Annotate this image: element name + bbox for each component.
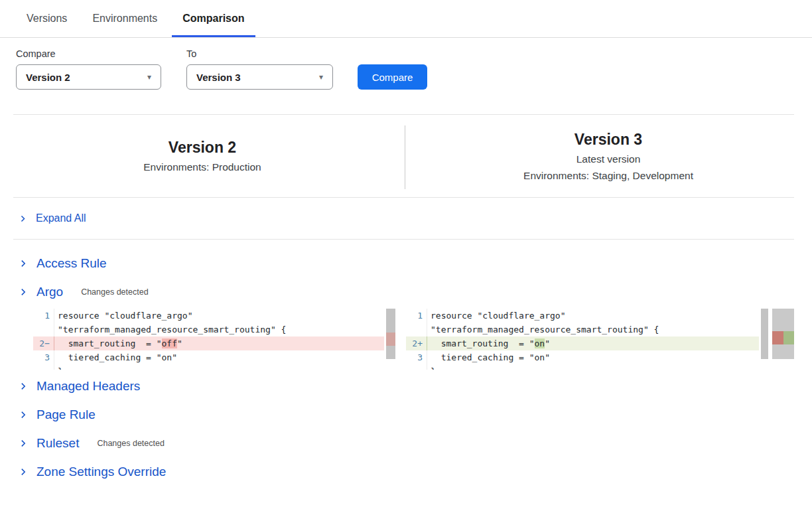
sections-list: Access Rule Argo Changes detected 1 reso… xyxy=(0,240,812,479)
chevron-right-icon xyxy=(19,214,27,223)
tab-environments[interactable]: Environments xyxy=(92,0,157,37)
section-badge: Changes detected xyxy=(97,439,164,448)
diff-minimap[interactable] xyxy=(772,309,794,370)
diff-line: 1 resource "cloudflare_argo" xyxy=(406,309,759,323)
diff-line: 3 tiered_caching = "on" xyxy=(406,350,759,364)
tab-bar: Versions Environments Comparison xyxy=(0,0,812,38)
left-version-title: Version 2 xyxy=(169,139,236,157)
diff-panel-left: 1 resource "cloudflare_argo" "terraform_… xyxy=(33,309,396,370)
compare-to-field: To Version 3 ▾ xyxy=(186,48,358,90)
added-word: on xyxy=(535,338,545,348)
version-header-left: Version 2 Environments: Production xyxy=(0,115,405,197)
section-managed-headers[interactable]: Managed Headers xyxy=(19,379,140,394)
right-version-title: Version 3 xyxy=(575,131,642,149)
chevron-right-icon xyxy=(19,439,28,448)
chevron-right-icon xyxy=(19,259,28,268)
compare-label: Compare xyxy=(16,48,186,59)
line-number: 2+ xyxy=(406,336,427,350)
divider xyxy=(13,197,794,198)
left-version-environments: Environments: Production xyxy=(143,161,261,173)
chevron-right-icon xyxy=(19,382,28,391)
section-badge: Changes detected xyxy=(81,287,148,297)
line-number xyxy=(406,364,427,370)
diff-line: "terraform_managed_resource_smart_routin… xyxy=(406,323,759,336)
version-header-right: Version 3 Latest version Environments: S… xyxy=(405,115,812,197)
section-label: Ruleset xyxy=(36,436,79,451)
line-number xyxy=(406,323,427,336)
tab-versions[interactable]: Versions xyxy=(27,0,67,37)
chevron-down-icon: ▾ xyxy=(147,72,151,82)
scrollbar[interactable] xyxy=(760,309,769,370)
compare-to-select[interactable]: Version 3 ▾ xyxy=(186,64,333,90)
chevron-right-icon xyxy=(19,410,28,419)
tab-comparison-label: Comparison xyxy=(182,13,244,25)
line-number: 1 xyxy=(33,309,54,323)
argo-diff: 1 resource "cloudflare_argo" "terraform_… xyxy=(33,309,794,370)
compare-from-value: Version 2 xyxy=(26,72,70,83)
version-headers: Version 2 Environments: Production Versi… xyxy=(0,115,812,197)
section-ruleset[interactable]: Ruleset Changes detected xyxy=(19,436,165,451)
diff-line-removed: 2− smart_routing = "off" xyxy=(33,336,384,350)
section-zone-settings-override[interactable]: Zone Settings Override xyxy=(19,465,166,479)
line-number: 3 xyxy=(406,350,427,364)
to-label: To xyxy=(186,48,358,59)
line-number: 3 xyxy=(33,350,54,364)
compare-from-field: Compare Version 2 ▾ xyxy=(16,48,186,90)
section-argo[interactable]: Argo Changes detected xyxy=(19,285,149,299)
compare-button[interactable]: Compare xyxy=(358,64,427,90)
expand-all-button[interactable]: Expand All xyxy=(0,198,86,239)
chevron-right-icon xyxy=(19,467,28,477)
section-access-rule[interactable]: Access Rule xyxy=(19,256,107,271)
compare-from-select[interactable]: Version 2 ▾ xyxy=(16,64,161,90)
added-change-marker xyxy=(783,331,794,344)
section-label: Page Rule xyxy=(36,408,96,422)
diff-line: 1 resource "cloudflare_argo" xyxy=(33,309,384,323)
diff-line-added: 2+ smart_routing = "on" xyxy=(406,336,759,350)
section-label: Argo xyxy=(36,285,63,299)
tab-versions-label: Versions xyxy=(27,13,67,25)
removed-change-marker xyxy=(772,331,783,344)
line-number xyxy=(33,364,54,370)
section-label: Managed Headers xyxy=(36,379,140,394)
diff-code-left: 1 resource "cloudflare_argo" "terraform_… xyxy=(33,309,384,370)
section-label: Access Rule xyxy=(36,256,107,271)
section-page-rule[interactable]: Page Rule xyxy=(19,408,96,422)
tab-comparison[interactable]: Comparison xyxy=(182,0,244,37)
section-label: Zone Settings Override xyxy=(36,465,166,479)
diff-panel-right: 1 resource "cloudflare_argo" "terraform_… xyxy=(406,309,794,370)
line-number: 2− xyxy=(33,336,54,350)
line-number xyxy=(33,323,54,336)
chevron-down-icon: ▾ xyxy=(319,72,323,82)
expand-all-label: Expand All xyxy=(36,212,86,224)
scrollbar-thumb[interactable] xyxy=(761,309,768,359)
compare-form: Compare Version 2 ▾ To Version 3 ▾ Compa… xyxy=(0,38,812,90)
diff-line: } xyxy=(33,364,384,370)
scrollbar[interactable] xyxy=(385,309,396,370)
removed-word: off xyxy=(162,338,177,348)
compare-to-value: Version 3 xyxy=(196,72,241,83)
diff-line: "terraform_managed_resource_smart_routin… xyxy=(33,323,384,336)
diff-line: } xyxy=(406,364,759,370)
removed-change-marker xyxy=(386,333,395,346)
diff-code-right: 1 resource "cloudflare_argo" "terraform_… xyxy=(406,309,759,370)
chevron-right-icon xyxy=(19,287,28,297)
right-version-subtitle: Latest version xyxy=(576,153,641,165)
right-version-environments: Environments: Staging, Development xyxy=(523,170,693,182)
diff-line: 3 tiered_caching = "on" xyxy=(33,350,384,364)
line-number: 1 xyxy=(406,309,427,323)
tab-environments-label: Environments xyxy=(92,13,157,25)
